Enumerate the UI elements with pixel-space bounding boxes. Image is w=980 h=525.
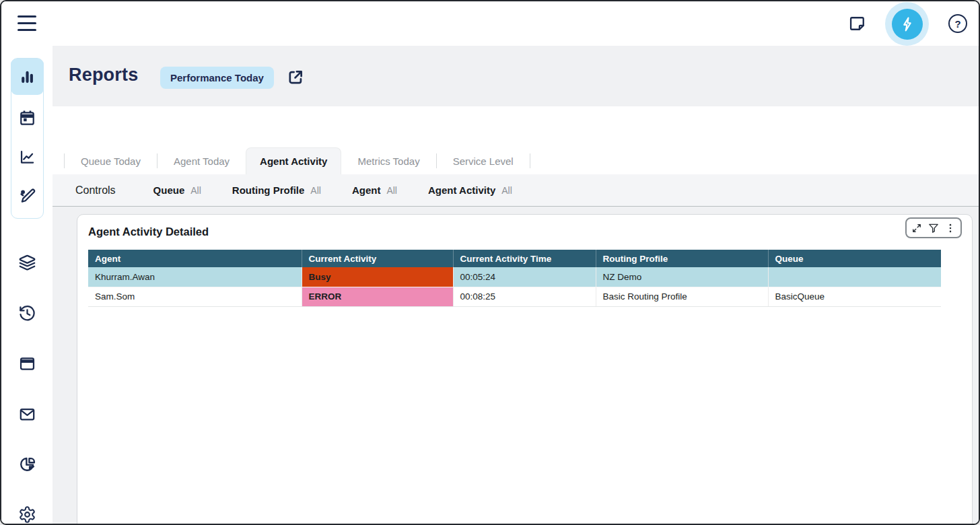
sidebar-item-settings[interactable] <box>1 496 53 525</box>
sidebar <box>1 46 53 524</box>
help-glyph: ? <box>954 18 960 30</box>
report-selector-badge[interactable]: Performance Today <box>160 67 274 89</box>
external-link-icon[interactable] <box>286 68 305 87</box>
filter-value: All <box>386 185 397 196</box>
sidebar-item-history[interactable] <box>1 295 53 331</box>
pie-chart-icon <box>18 455 36 473</box>
filter-agent-activity[interactable]: Agent Activity All <box>428 184 512 196</box>
cell-routing-profile: Basic Routing Profile <box>596 287 768 306</box>
cell-queue <box>768 267 941 287</box>
tab-bar: Queue Today Agent Today Agent Activity M… <box>64 147 530 174</box>
tab-metrics-today[interactable]: Metrics Today <box>341 147 435 174</box>
table-row[interactable]: Khurram.Awan Busy 00:05:24 NZ Demo <box>88 267 941 287</box>
filter-value: All <box>501 185 512 196</box>
kebab-menu-icon[interactable] <box>944 221 957 235</box>
filter-name: Agent <box>352 184 381 196</box>
sidebar-item-design[interactable] <box>11 178 44 214</box>
page-header: Reports Performance Today <box>53 46 979 106</box>
mail-icon <box>18 405 36 423</box>
sidebar-item-bar-chart[interactable] <box>11 59 44 95</box>
sidebar-item-line-chart[interactable] <box>11 139 44 175</box>
column-header-current-activity-time[interactable]: Current Activity Time <box>453 250 596 267</box>
filter-routing-profile[interactable]: Routing Profile All <box>232 184 321 196</box>
help-icon[interactable]: ? <box>948 14 967 33</box>
sidebar-item-pie-chart[interactable] <box>1 446 53 482</box>
table-header-row: Agent Current Activity Current Activity … <box>88 250 941 267</box>
menu-icon[interactable] <box>18 15 36 31</box>
report-toolbar <box>905 217 962 238</box>
lightning-icon[interactable] <box>892 9 923 40</box>
app-window: ? <box>0 0 980 525</box>
main-content: Reports Performance Today Queue Today Ag… <box>53 46 979 524</box>
cell-current-activity-time: 00:08:25 <box>453 287 596 306</box>
history-icon <box>18 304 36 322</box>
cell-queue: BasicQueue <box>768 287 941 306</box>
expand-icon[interactable] <box>910 221 923 235</box>
top-bar: ? <box>1 1 979 46</box>
column-header-current-activity[interactable]: Current Activity <box>302 250 453 267</box>
filter-queue[interactable]: Queue All <box>153 184 201 196</box>
controls-bar: Controls Queue All Routing Profile All A… <box>53 174 979 207</box>
report-title: Agent Activity Detailed <box>88 225 209 238</box>
agent-activity-table: Agent Current Activity Current Activity … <box>88 250 941 307</box>
filter-value: All <box>310 185 321 196</box>
line-chart-icon <box>18 148 36 166</box>
window-icon <box>18 355 36 373</box>
cell-current-activity: ERROR <box>302 287 453 306</box>
controls-label: Controls <box>75 184 116 197</box>
tab-queue-today[interactable]: Queue Today <box>65 147 157 174</box>
tab-service-level[interactable]: Service Level <box>437 147 530 174</box>
layers-icon <box>18 254 36 272</box>
sidebar-item-mail[interactable] <box>1 396 53 432</box>
settings-icon <box>18 505 36 524</box>
filter-value: All <box>190 185 201 196</box>
column-header-agent[interactable]: Agent <box>88 250 302 267</box>
sidebar-item-layers[interactable] <box>1 244 53 281</box>
page-title: Reports <box>69 65 138 85</box>
cell-current-activity: Busy <box>302 267 453 287</box>
report-card: Agent Activity Detailed <box>77 214 973 525</box>
tabs-panel: Queue Today Agent Today Agent Activity M… <box>53 106 979 174</box>
filter-name: Routing Profile <box>232 184 305 196</box>
cell-routing-profile: NZ Demo <box>596 267 768 287</box>
cell-agent: Sam.Som <box>88 287 302 306</box>
design-icon <box>18 187 36 205</box>
column-header-queue[interactable]: Queue <box>768 250 941 267</box>
filter-name: Agent Activity <box>428 184 495 196</box>
tab-agent-activity[interactable]: Agent Activity <box>246 147 341 174</box>
sidebar-item-window[interactable] <box>1 345 53 382</box>
filter-name: Queue <box>153 184 185 196</box>
sidebar-item-calendar[interactable] <box>11 100 44 136</box>
tab-agent-today[interactable]: Agent Today <box>158 147 246 174</box>
spark-button-halo <box>885 2 929 46</box>
filters: Queue All Routing Profile All Agent All … <box>153 184 512 196</box>
column-header-routing-profile[interactable]: Routing Profile <box>596 250 768 267</box>
cell-agent: Khurram.Awan <box>88 267 302 287</box>
bar-chart-icon <box>18 68 36 86</box>
filter-agent[interactable]: Agent All <box>352 184 397 196</box>
cell-current-activity-time: 00:05:24 <box>453 267 596 287</box>
note-icon[interactable] <box>848 14 867 33</box>
calendar-icon <box>18 109 36 127</box>
filter-icon[interactable] <box>927 221 940 235</box>
tab-divider <box>530 153 530 168</box>
table-row[interactable]: Sam.Som ERROR 00:08:25 Basic Routing Pro… <box>88 287 941 306</box>
